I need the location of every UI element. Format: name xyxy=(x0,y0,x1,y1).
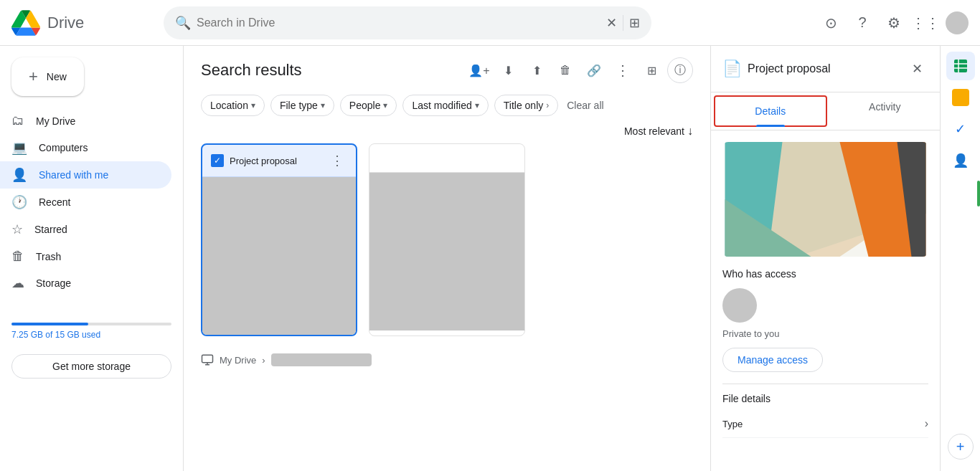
tab-details[interactable]: Details xyxy=(714,95,827,127)
add-person-icon[interactable]: 👤+ xyxy=(466,57,492,83)
results-header: Search results 👤+ ⬇ ⬆ 🗑 🔗 ⋮ ⊞ ⓘ xyxy=(184,46,710,89)
filter-location[interactable]: Location ▾ xyxy=(201,95,265,116)
link-icon[interactable]: 🔗 xyxy=(581,57,607,83)
breadcrumb-arrow: › xyxy=(262,355,265,366)
yellow-side-icon[interactable] xyxy=(946,83,975,112)
search-options-icon[interactable]: ⊞ xyxy=(623,15,640,31)
filter-file-type[interactable]: File type ▾ xyxy=(270,95,334,116)
breadcrumb-root: My Drive xyxy=(220,355,256,366)
new-plus-icon: + xyxy=(29,67,38,86)
grid-area: ✓ Project proposal ⋮ xyxy=(184,143,710,471)
view-toggle-icon[interactable]: ⊞ xyxy=(639,57,664,83)
apps-icon[interactable]: ⋮⋮ xyxy=(911,9,940,37)
type-label: Type xyxy=(722,419,743,429)
new-label: New xyxy=(47,71,67,82)
sidebar-item-my-drive[interactable]: 🗂 My Drive xyxy=(0,108,171,134)
panel-content: Who has access Private to you Manage acc… xyxy=(711,130,940,449)
more-actions-icon[interactable]: ⋮ xyxy=(610,57,636,83)
people-label: People xyxy=(349,100,381,111)
content-area: Search results 👤+ ⬇ ⬆ 🗑 🔗 ⋮ ⊞ ⓘ Location… xyxy=(184,46,710,471)
shared-label: Shared with me xyxy=(39,169,108,181)
sort-bar: Most relevant ↓ xyxy=(184,122,710,143)
file-card-1[interactable]: ✓ Project proposal ⋮ xyxy=(201,143,357,336)
access-title: Who has access xyxy=(722,268,928,280)
location-chevron-icon: ▾ xyxy=(251,100,255,110)
starred-icon: ☆ xyxy=(11,222,23,237)
type-detail-row[interactable]: Type › xyxy=(722,410,928,438)
sheets-side-icon[interactable] xyxy=(946,52,975,80)
results-title: Search results xyxy=(201,61,302,80)
help-icon[interactable]: ? xyxy=(848,9,877,37)
detail-panel: 📄 Project proposal ✕ Details Activity xyxy=(710,46,940,471)
panel-close-button[interactable]: ✕ xyxy=(905,57,928,80)
sort-button[interactable]: Most relevant ↓ xyxy=(624,125,693,138)
storage-used-text: 7.25 GB of 15 GB used xyxy=(11,330,100,340)
file-checkbox-1[interactable]: ✓ xyxy=(211,154,224,167)
svg-rect-7 xyxy=(954,60,967,72)
file-type-chevron-icon: ▾ xyxy=(321,100,325,110)
panel-file-icon: 📄 xyxy=(722,60,742,78)
shared-icon: 👤 xyxy=(11,167,27,183)
settings-icon[interactable]: ⚙ xyxy=(880,9,908,37)
last-modified-chevron-icon: ▾ xyxy=(475,100,479,110)
file-thumbnail-1 xyxy=(202,177,356,335)
add-side-button[interactable]: + xyxy=(948,434,974,460)
panel-title: Project proposal xyxy=(748,62,900,75)
filter-people[interactable]: People ▾ xyxy=(340,95,397,116)
panel-tabs: Details Activity xyxy=(711,92,940,130)
topbar: Drive 🔍 ✕ ⊞ ⊙ ? ⚙ ⋮⋮ xyxy=(0,0,980,46)
sidebar-item-storage[interactable]: ☁ Storage xyxy=(0,270,171,297)
sidebar-item-trash[interactable]: 🗑 Trash xyxy=(0,243,171,270)
trash-label: Trash xyxy=(36,251,61,262)
green-bar xyxy=(977,181,980,206)
filter-bar: Location ▾ File type ▾ People ▾ Last mod… xyxy=(184,89,710,122)
file-menu-1[interactable]: ⋮ xyxy=(327,151,347,171)
breadcrumb-path xyxy=(271,353,372,366)
location-label: Location xyxy=(210,100,248,111)
manage-access-button[interactable]: Manage access xyxy=(722,348,823,372)
access-avatar xyxy=(722,288,757,323)
file-card-2[interactable] xyxy=(369,143,525,336)
sidebar-nav: 🗂 My Drive 💻 Computers 👤 Shared with me … xyxy=(0,108,183,297)
file-details-section: File details Type › xyxy=(722,393,928,438)
get-more-storage-button[interactable]: Get more storage xyxy=(11,354,171,379)
preview-image xyxy=(722,142,928,257)
clear-all-button[interactable]: Clear all xyxy=(567,100,603,111)
sidebar-item-shared[interactable]: 👤 Shared with me xyxy=(0,161,171,189)
storage-bar-bg xyxy=(11,323,171,325)
results-actions: 👤+ ⬇ ⬆ 🗑 🔗 ⋮ ⊞ ⓘ xyxy=(466,57,693,83)
svg-rect-0 xyxy=(202,355,213,363)
side-icons-panel: ✓ 👤 + xyxy=(940,46,980,471)
card-header-1: ✓ Project proposal ⋮ xyxy=(202,145,356,177)
new-button[interactable]: + New xyxy=(11,57,84,96)
computers-breadcrumb-icon xyxy=(201,353,214,366)
search-input[interactable] xyxy=(197,16,600,29)
file-details-title: File details xyxy=(722,393,928,404)
file-preview xyxy=(722,142,928,257)
search-clear-icon[interactable]: ✕ xyxy=(606,15,617,31)
filter-title-only[interactable]: Title only › xyxy=(494,95,559,116)
share-icon[interactable]: ⬆ xyxy=(524,57,550,83)
info-icon[interactable]: ⓘ xyxy=(667,57,693,83)
app-title: Drive xyxy=(47,14,84,32)
title-only-chevron-icon: › xyxy=(546,100,549,110)
sidebar-item-starred[interactable]: ☆ Starred xyxy=(0,216,171,243)
contacts-side-icon[interactable]: 👤 xyxy=(946,146,975,175)
last-modified-label: Last modified xyxy=(412,100,471,111)
support-icon[interactable]: ⊙ xyxy=(816,9,845,37)
search-bar: 🔍 ✕ ⊞ xyxy=(164,6,651,39)
sidebar-item-recent[interactable]: 🕐 Recent xyxy=(0,189,171,216)
tasks-side-icon[interactable]: ✓ xyxy=(946,115,975,143)
avatar[interactable] xyxy=(946,11,969,34)
computers-label: Computers xyxy=(39,142,88,153)
storage-section: 7.25 GB of 15 GB used xyxy=(0,308,183,348)
sidebar-item-computers[interactable]: 💻 Computers xyxy=(0,134,171,161)
download-icon[interactable]: ⬇ xyxy=(495,57,521,83)
access-section: Who has access Private to you Manage acc… xyxy=(722,268,928,372)
filter-last-modified[interactable]: Last modified ▾ xyxy=(402,95,488,116)
panel-header: 📄 Project proposal ✕ xyxy=(711,46,940,92)
files-grid: ✓ Project proposal ⋮ xyxy=(201,143,693,336)
delete-icon[interactable]: 🗑 xyxy=(552,57,578,83)
tab-activity[interactable]: Activity xyxy=(830,92,941,130)
storage-icon: ☁ xyxy=(11,275,24,291)
